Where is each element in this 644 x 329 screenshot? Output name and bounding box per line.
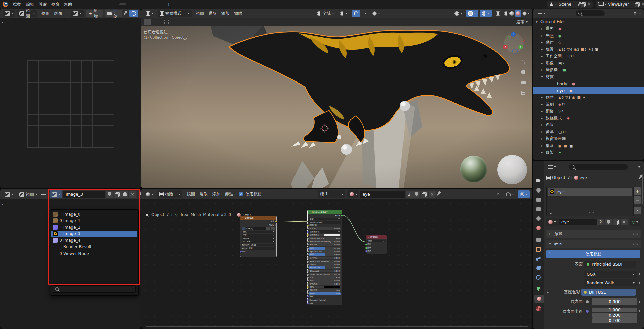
- surface-shader-field[interactable]: Principled BSDF: [584, 261, 636, 268]
- select-mode-intersect[interactable]: [181, 19, 189, 25]
- disclosure-arrow[interactable]: ►: [540, 27, 544, 30]
- menu-item[interactable]: 算繪: [36, 2, 49, 7]
- viewport-menu-item[interactable]: 添加: [219, 11, 232, 16]
- disclosure-arrow[interactable]: ►: [540, 130, 544, 133]
- axis-z[interactable]: Z: [511, 32, 516, 37]
- radius-z-field[interactable]: 0.100: [592, 318, 637, 323]
- sss-method-dropdown[interactable]: Random Walk: [584, 279, 637, 286]
- axis-x-neg[interactable]: [520, 37, 525, 42]
- outliner-row[interactable]: ► 世界 ●: [533, 25, 644, 33]
- node-input-row[interactable]: 穿透 0.000: [309, 279, 341, 282]
- output-target-dropdown[interactable]: 全部: [367, 240, 385, 242]
- image-list-item[interactable]: Render Result: [51, 244, 137, 251]
- shading-solid-button[interactable]: [509, 11, 514, 16]
- select-mode-extend[interactable]: [163, 19, 170, 25]
- disclosure-arrow[interactable]: ►: [540, 34, 544, 37]
- node-input-row[interactable]: Anisotropic Rotation 0.000: [309, 260, 341, 263]
- outliner-row[interactable]: ► 物體 ▲6▽3◉■✦: [533, 94, 644, 101]
- workspace-tab[interactable]: [149, 3, 156, 5]
- disclosure-arrow[interactable]: ►: [540, 110, 544, 113]
- camera-view-button[interactable]: [520, 79, 526, 86]
- select-tool-active[interactable]: [144, 19, 151, 25]
- workspace-tab[interactable]: [142, 3, 148, 5]
- node-input-row[interactable]: 體積: [367, 246, 385, 249]
- copy-icon[interactable]: [114, 191, 121, 198]
- disclosure-arrow[interactable]: ►: [540, 41, 544, 44]
- node-input-row[interactable]: Subsurface IOR 1.400: [309, 237, 341, 240]
- viewport-canvas[interactable]: 使用者透視法 (1) Collection | Object_7 Z X Y: [141, 26, 532, 188]
- navigation-gizmo[interactable]: Z X Y: [504, 33, 524, 53]
- alpha-mode-row[interactable]: Alpha 直通: [242, 247, 275, 250]
- material-browse-dropdown[interactable]: [546, 218, 558, 226]
- image-browse-dropdown[interactable]: [71, 10, 84, 17]
- shader-menu-item[interactable]: 選取: [197, 191, 210, 197]
- disclosure-arrow[interactable]: ►: [540, 123, 544, 126]
- disclosure-arrow[interactable]: ►: [540, 103, 544, 106]
- node-dropdown[interactable]: Repeat: [242, 237, 275, 240]
- workspace-tab[interactable]: [112, 3, 119, 5]
- ortho-toggle-button[interactable]: [520, 90, 526, 96]
- outliner-row[interactable]: body ●: [533, 80, 644, 88]
- animate-dot[interactable]: [639, 301, 640, 303]
- editor-type-dropdown[interactable]: [3, 10, 15, 17]
- add-workspace-button[interactable]: +: [164, 1, 174, 8]
- show-gizmo-dropdown[interactable]: [452, 10, 464, 17]
- zoom-button[interactable]: [520, 59, 526, 65]
- scene-selector[interactable]: Scene ×: [547, 1, 593, 8]
- viewport-menu-item[interactable]: 物體: [232, 11, 245, 16]
- workspace-tab[interactable]: [134, 3, 141, 5]
- physics-properties-tab[interactable]: [534, 273, 542, 281]
- node-output-socket-row[interactable]: Alpha: [242, 224, 275, 226]
- sync-toggle[interactable]: [129, 10, 138, 17]
- users-count[interactable]: 2: [597, 219, 604, 225]
- node-canvas[interactable]: Object_7› ▽ Trex_Mesh_Material #3_0› eye…: [141, 199, 532, 329]
- material-properties-tab[interactable]: [534, 295, 544, 303]
- sidebar-expand-arrow[interactable]: ▸: [2, 20, 3, 24]
- distribution-dropdown[interactable]: GGX: [584, 271, 637, 278]
- new-image-button[interactable]: +新增: [86, 10, 103, 17]
- users-count[interactable]: 2: [406, 191, 413, 198]
- node-input-row[interactable]: Subsurface Anisotropy 0.000: [309, 240, 341, 243]
- filter-dropdown[interactable]: [638, 166, 640, 168]
- select-mode-new[interactable]: [153, 19, 161, 25]
- outliner-row[interactable]: ► 網格 ▽4: [533, 108, 644, 115]
- node-input-row[interactable]: 次表面半徑: [309, 230, 341, 233]
- menu-item[interactable]: 視窗: [49, 2, 62, 7]
- resize-grip[interactable]: ::::: [589, 211, 594, 215]
- outliner-row[interactable]: ► 工作空間 □11: [533, 53, 644, 60]
- node-input-row[interactable]: Sheen Tint 0.500: [309, 266, 341, 269]
- node-input-row[interactable]: Random Walk: [309, 221, 341, 223]
- image-mode-dropdown[interactable]: 視圖: [17, 190, 39, 198]
- image-list-item[interactable]: Image_3: [51, 231, 137, 237]
- shader-type-dropdown[interactable]: 物體: [157, 190, 182, 198]
- render-properties-tab[interactable]: [534, 186, 542, 194]
- node-input-row[interactable]: 發光強度 1.000: [309, 289, 341, 292]
- slot-expand-arrow[interactable]: ►: [549, 212, 553, 215]
- menu-icon[interactable]: [41, 193, 46, 196]
- disclosure-arrow[interactable]: ►: [540, 68, 544, 71]
- pack-icon[interactable]: [121, 191, 128, 198]
- modifier-properties-tab[interactable]: [534, 255, 542, 263]
- node-input-row[interactable]: 次表面 0.000: [309, 227, 341, 230]
- node-input-row[interactable]: 發光: [309, 286, 341, 288]
- vector-socket[interactable]: [584, 308, 591, 315]
- image-editor-canvas[interactable]: ▸: [0, 18, 141, 188]
- blender-logo-icon[interactable]: [3, 2, 8, 7]
- axis-z-neg[interactable]: [512, 49, 518, 54]
- shader-menu-item[interactable]: 添加: [210, 191, 223, 197]
- workspace-tab[interactable]: [90, 3, 97, 5]
- image-list-item[interactable]: Image_0: [51, 211, 137, 218]
- bsdf-output-row[interactable]: BSDF: [309, 214, 341, 217]
- workspace-tab[interactable]: [105, 3, 111, 5]
- mode-dropdown[interactable]: 物體模式: [158, 10, 192, 17]
- fake-user-toggle[interactable]: [106, 191, 113, 198]
- outliner-row[interactable]: ► 筆刷 ◆74: [533, 101, 644, 108]
- disclosure-arrow[interactable]: ►: [540, 96, 544, 99]
- axis-x[interactable]: X: [503, 45, 508, 49]
- node-input-row[interactable]: 各向異性 0.000: [309, 257, 341, 259]
- vector-input-row[interactable]: 向量: [242, 250, 275, 253]
- sidebar-expand-arrow[interactable]: ▸: [2, 202, 3, 206]
- image-list-item[interactable]: 0 Viewer Node: [51, 250, 137, 257]
- disclosure-arrow[interactable]: ▼: [535, 20, 538, 23]
- disclosure-arrow[interactable]: ▼: [540, 75, 544, 78]
